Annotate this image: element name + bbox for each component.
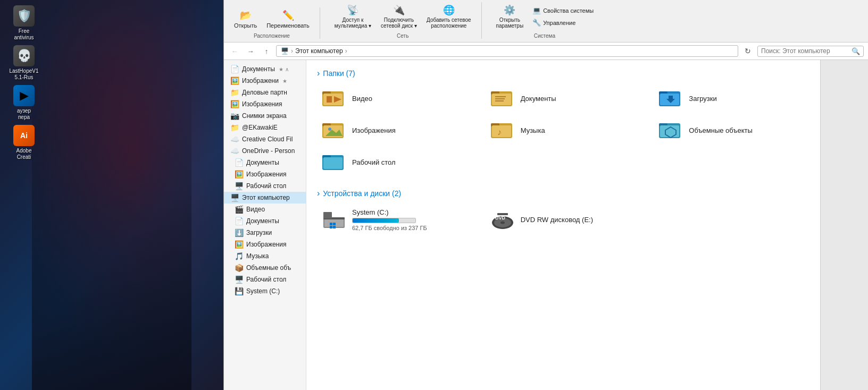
desktop-icon-adobe[interactable]: Ai AdobeCreati xyxy=(5,125,43,160)
svg-rect-9 xyxy=(495,98,505,99)
open-settings-button[interactable]: ⚙️ Открытьпараметры xyxy=(493,2,528,31)
sidebar-item-onedrive-label: OneDrive - Person xyxy=(242,147,295,155)
images-pin-icon: 🖼️ xyxy=(230,77,239,85)
folder-item-docs[interactable]: Документы xyxy=(486,84,641,112)
folder-item-video[interactable]: Видео xyxy=(317,84,473,112)
antivirus-label: Freeantivirus xyxy=(14,28,34,41)
desktop-icon-antivirus[interactable]: 🛡️ Freeantivirus xyxy=(5,5,43,41)
open-button[interactable]: 📂 Открыть xyxy=(230,7,261,31)
ribbon-network-buttons: 📡 Доступ кмультимедиа ▾ 🔌 Подключитьсете… xyxy=(331,2,475,31)
search-input[interactable] xyxy=(761,47,852,55)
desktop-background: 🛡️ Freeantivirus 💀 LastHopeV15.1-Rus ▶ а… xyxy=(0,0,223,390)
disk-system-c-info: System (C:) 62,7 ГБ свободно из 237 ГБ xyxy=(352,208,427,231)
folder-icon-images xyxy=(321,120,347,141)
disk-icon-dvd-e: DVD xyxy=(490,208,515,231)
disk-item-system-c[interactable]: System (C:) 62,7 ГБ свободно из 237 ГБ xyxy=(317,205,473,234)
network-drive-label: Подключитьсетевой диск ▾ xyxy=(381,17,417,29)
sidebar-item-onedrive[interactable]: ☁️ OneDrive - Person xyxy=(224,145,306,157)
folder-item-music[interactable]: ♪ Музыка xyxy=(486,116,641,144)
sidebar-item-pc-3d-label: Объемные объ xyxy=(246,264,291,272)
sidebar-item-od-desktop[interactable]: 🖥️ Рабочий стол xyxy=(224,180,306,192)
sidebar-item-od-documents[interactable]: 📄 Документы xyxy=(224,157,306,168)
svg-rect-22 xyxy=(492,125,511,137)
add-location-button[interactable]: 🌐 Добавить сетевоерасположение xyxy=(423,2,475,31)
sidebar-item-kawaki[interactable]: 📁 @EKawakiE xyxy=(224,122,306,133)
forward-button[interactable]: → xyxy=(244,45,257,57)
open-icon: 📂 xyxy=(240,10,252,21)
svg-text:♪: ♪ xyxy=(497,128,502,137)
player-label: аузерпера xyxy=(17,108,31,121)
folder-item-desktop[interactable]: Рабочий стол xyxy=(317,148,473,176)
sidebar-item-this-pc[interactable]: 🖥️ Этот компьютер xyxy=(224,192,306,204)
ribbon-location-buttons: 📂 Открыть ✏️ Переименовать xyxy=(230,7,313,31)
sidebar-item-pc-docs-label: Документы xyxy=(246,217,279,225)
rename-button[interactable]: ✏️ Переименовать xyxy=(263,7,313,31)
system-props-button[interactable]: 💻 Свойства системы xyxy=(529,5,597,16)
svg-point-18 xyxy=(328,128,331,131)
add-location-label: Добавить сетевоерасположение xyxy=(427,17,471,29)
folder-item-downloads[interactable]: Загрузки xyxy=(654,84,809,112)
network-drive-icon: 🔌 xyxy=(393,4,405,16)
desktop-icon-lasthope[interactable]: 💀 LastHopeV15.1-Rus xyxy=(5,45,43,81)
sidebar: 📄 Документы ★ ∧ 🖼️ Изображени ★ 📁 Деловы… xyxy=(224,60,306,390)
svg-rect-10 xyxy=(495,100,504,101)
management-label: Управление xyxy=(543,20,575,26)
folders-grid: Видео Документы xyxy=(317,84,809,176)
up-button[interactable]: ↑ xyxy=(260,45,273,57)
sidebar-item-od-images-label: Изображения xyxy=(246,171,286,178)
sidebar-item-business[interactable]: 📁 Деловые партн xyxy=(224,87,306,98)
od-documents-icon: 📄 xyxy=(235,158,244,167)
sidebar-item-screenshots[interactable]: 📷 Снимки экрана xyxy=(224,110,306,122)
svg-rect-3 xyxy=(327,96,332,103)
back-button[interactable]: ← xyxy=(228,45,241,57)
sidebar-item-pc-docs[interactable]: 📄 Документы xyxy=(224,215,306,227)
sidebar-item-pc-downloads[interactable]: ⬇️ Загрузки xyxy=(224,227,306,239)
sidebar-item-images2[interactable]: 🖼️ Изображения xyxy=(224,98,306,110)
folder-icon-3d xyxy=(658,120,683,141)
multimedia-button[interactable]: 📡 Доступ кмультимедиа ▾ xyxy=(331,2,375,31)
desktop-icon-player[interactable]: ▶ аузерпера xyxy=(5,85,43,121)
folder-name-music: Музыка xyxy=(521,126,545,134)
right-panel xyxy=(820,60,868,390)
network-drive-button[interactable]: 🔌 Подключитьсетевой диск ▾ xyxy=(377,2,421,31)
sidebar-item-pc-images[interactable]: 🖼️ Изображения xyxy=(224,239,306,250)
ribbon-system-label: Система xyxy=(534,33,555,39)
sidebar-item-pc-3d[interactable]: 📦 Объемные объ xyxy=(224,262,306,274)
folder-item-images[interactable]: Изображения xyxy=(317,116,473,144)
disk-item-dvd-e[interactable]: DVD DVD RW дисковод (E:) xyxy=(486,205,641,234)
management-icon: 🔧 xyxy=(532,19,541,27)
sidebar-item-creative-cloud[interactable]: ☁️ Creative Cloud Fil xyxy=(224,133,306,145)
folder-name-3d: Объемные объекты xyxy=(689,126,753,134)
sidebar-item-pc-music[interactable]: 🎵 Музыка xyxy=(224,250,306,262)
folder-icon-docs xyxy=(490,88,515,109)
od-images-icon: 🖼️ xyxy=(235,170,244,179)
svg-rect-30 xyxy=(323,157,343,169)
pc-downloads-icon: ⬇️ xyxy=(235,228,244,237)
svg-rect-8 xyxy=(495,96,506,97)
sidebar-item-od-images[interactable]: 🖼️ Изображения xyxy=(224,168,306,180)
sidebar-item-pc-desktop[interactable]: 🖥️ Рабочий стол xyxy=(224,274,306,285)
sidebar-item-pc-video[interactable]: 🎬 Видео xyxy=(224,204,306,215)
folder-name-downloads: Загрузки xyxy=(689,95,716,103)
ribbon-location-label: Расположение xyxy=(254,33,290,39)
search-icon: 🔍 xyxy=(852,47,860,55)
sidebar-item-images-pin[interactable]: 🖼️ Изображени ★ xyxy=(224,75,306,87)
svg-rect-38 xyxy=(333,226,336,228)
svg-rect-36 xyxy=(333,223,336,225)
pc-desktop-icon: 🖥️ xyxy=(235,275,244,284)
folder-item-3d[interactable]: Объемные объекты xyxy=(654,116,809,144)
svg-text:DVD: DVD xyxy=(495,215,506,221)
sidebar-item-documents-pin[interactable]: 📄 Документы ★ ∧ xyxy=(224,63,306,75)
player-icon: ▶ xyxy=(13,85,35,106)
folder-icon-desktop xyxy=(321,151,347,173)
multimedia-icon: 📡 xyxy=(347,4,358,16)
address-bar: ← → ↑ 🖥️ › Этот компьютер › ↻ 🔍 xyxy=(224,43,868,60)
images2-icon: 🖼️ xyxy=(230,100,239,108)
refresh-button[interactable]: ↻ xyxy=(741,45,754,57)
address-path-box[interactable]: 🖥️ › Этот компьютер › xyxy=(276,45,738,57)
path-separator: › xyxy=(291,47,293,55)
sidebar-item-pc-system[interactable]: 💾 System (C:) xyxy=(224,285,306,297)
svg-point-41 xyxy=(500,222,505,224)
sidebar-item-this-pc-label: Этот компьютер xyxy=(242,194,290,201)
management-button[interactable]: 🔧 Управление xyxy=(529,17,597,28)
